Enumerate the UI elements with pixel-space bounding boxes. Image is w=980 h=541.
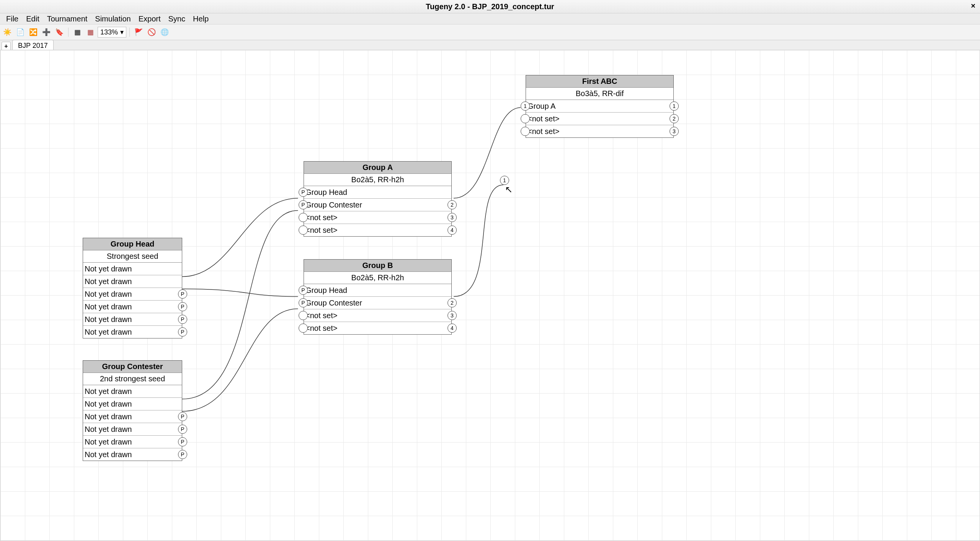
out-port-p[interactable]: P (178, 289, 187, 299)
grid1-icon[interactable]: ▦ (72, 26, 83, 38)
out-port-p[interactable]: P (178, 450, 187, 459)
node-group-contester[interactable]: Group Contester 2nd strongest seed Not y… (83, 360, 182, 461)
seed-row[interactable]: Not yet drawn (83, 385, 182, 398)
slot-row[interactable]: <not set> 4 (304, 224, 451, 236)
seed-label: Not yet drawn (85, 425, 132, 433)
menu-sync[interactable]: Sync (165, 14, 189, 24)
out-port-1[interactable]: 1 (670, 101, 679, 111)
sun-icon[interactable]: ☀️ (2, 26, 13, 38)
seed-row[interactable]: Not yet drawnP (83, 448, 182, 461)
node-group-a[interactable]: Group A Bo2à5, RR-h2h P Group Head P Gro… (304, 161, 452, 237)
out-port-p[interactable]: P (178, 425, 187, 434)
menu-help[interactable]: Help (189, 14, 212, 24)
slot-row[interactable]: <not set> 3 (526, 125, 673, 137)
menubar: File Edit Tournament Simulation Export S… (0, 13, 980, 25)
out-port-p[interactable]: P (178, 315, 187, 324)
node-subtitle: Bo2à5, RR-h2h (304, 272, 451, 284)
node-title: First ABC (526, 75, 673, 88)
in-port-1[interactable]: 1 (521, 101, 530, 111)
seed-label: Not yet drawn (85, 315, 132, 324)
window-title: Tugeny 2.0 - BJP_2019_concept.tur (426, 2, 554, 11)
menu-tournament[interactable]: Tournament (43, 14, 91, 24)
slot-label: Group A (528, 102, 555, 110)
canvas[interactable]: Group Head Strongest seed Not yet drawn … (0, 50, 980, 541)
slot-row[interactable]: P Group Head (304, 284, 451, 297)
node-subtitle: Strongest seed (83, 250, 182, 263)
seed-label: Not yet drawn (85, 277, 132, 286)
node-title: Group Contester (83, 361, 182, 373)
in-port-empty[interactable] (521, 127, 530, 136)
slot-row[interactable]: <not set> 3 (304, 309, 451, 322)
close-button[interactable]: × (969, 2, 978, 11)
node-title: Group A (304, 162, 451, 174)
globe-icon[interactable]: 🌐 (159, 26, 170, 38)
seed-label: Not yet drawn (85, 438, 132, 446)
out-port-2[interactable]: 2 (670, 114, 679, 123)
menu-file[interactable]: File (2, 14, 22, 24)
node-first-abc[interactable]: First ABC Bo3à5, RR-dif 1 Group A 1 <not… (526, 75, 674, 138)
slot-label: Group Head (305, 188, 347, 196)
seed-label: Not yet drawn (85, 265, 132, 273)
node-subtitle: 2nd strongest seed (83, 373, 182, 385)
seed-row[interactable]: Not yet drawn P (83, 288, 182, 301)
seed-row[interactable]: Not yet drawnP (83, 423, 182, 436)
in-port-empty[interactable] (299, 324, 308, 333)
out-port-p[interactable]: P (178, 437, 187, 446)
slot-label: <not set> (528, 114, 559, 123)
slot-label: <not set> (305, 324, 337, 332)
seed-row[interactable]: Not yet drawn (83, 263, 182, 275)
seed-row[interactable]: Not yet drawn (83, 398, 182, 410)
no-entry-icon[interactable]: 🚫 (146, 26, 157, 38)
seed-row[interactable]: Not yet drawn P (83, 326, 182, 338)
out-port-4[interactable]: 4 (448, 324, 457, 333)
node-title: Group B (304, 260, 451, 272)
out-port-p[interactable]: P (178, 412, 187, 421)
new-node-icon[interactable]: 📄 (15, 26, 26, 38)
in-port-empty[interactable] (299, 226, 308, 235)
seed-row[interactable]: Not yet drawn P (83, 301, 182, 313)
slot-row[interactable]: P Group Contester 2 (304, 297, 451, 309)
slot-row[interactable]: <not set> 4 (304, 322, 451, 334)
tag-icon[interactable]: 🔖 (54, 26, 65, 38)
dropdown-icon: ▾ (120, 28, 124, 36)
out-port-p[interactable]: P (178, 327, 187, 337)
out-port-p[interactable]: P (178, 302, 187, 311)
slot-row[interactable]: P Group Head (304, 186, 451, 199)
plus-node-icon[interactable]: ➕ (41, 26, 52, 38)
slot-row[interactable]: <not set> 2 (526, 113, 673, 125)
slot-row[interactable]: 1 Group A 1 (526, 100, 673, 113)
node-group-b[interactable]: Group B Bo2à5, RR-h2h P Group Head P Gro… (304, 259, 452, 335)
out-port-3[interactable]: 3 (670, 127, 679, 136)
menu-edit[interactable]: Edit (22, 14, 43, 24)
menu-simulation[interactable]: Simulation (91, 14, 134, 24)
in-port-empty[interactable] (521, 114, 530, 123)
menu-export[interactable]: Export (135, 14, 165, 24)
zoom-value: 133% (100, 28, 118, 36)
grid2-icon[interactable]: ▦ (85, 26, 96, 38)
slot-row[interactable]: P Group Contester 2 (304, 199, 451, 211)
in-port-p[interactable]: P (299, 200, 308, 209)
out-port-3[interactable]: 3 (448, 311, 457, 320)
node-group-head[interactable]: Group Head Strongest seed Not yet drawn … (83, 238, 182, 338)
flag-icon[interactable]: 🚩 (133, 26, 144, 38)
seed-label: Not yet drawn (85, 290, 132, 298)
in-port-p[interactable]: P (299, 286, 308, 295)
seed-row[interactable]: Not yet drawn P (83, 313, 182, 326)
out-port-2[interactable]: 2 (448, 200, 457, 209)
in-port-p[interactable]: P (299, 298, 308, 307)
out-port-3[interactable]: 3 (448, 213, 457, 222)
titlebar: Tugeny 2.0 - BJP_2019_concept.tur × (0, 0, 980, 13)
out-port-2[interactable]: 2 (448, 298, 457, 307)
out-port-4[interactable]: 4 (448, 226, 457, 235)
in-port-p[interactable]: P (299, 188, 308, 197)
seed-row[interactable]: Not yet drawnP (83, 410, 182, 423)
dragging-port[interactable]: 1 (500, 176, 509, 185)
in-port-empty[interactable] (299, 311, 308, 320)
in-port-empty[interactable] (299, 213, 308, 222)
slot-row[interactable]: <not set> 3 (304, 211, 451, 224)
seed-row[interactable]: Not yet drawn (83, 275, 182, 288)
zoom-selector[interactable]: 133% ▾ (98, 27, 126, 38)
bracket-icon[interactable]: 🔀 (28, 26, 39, 38)
seed-row[interactable]: Not yet drawnP (83, 436, 182, 448)
tab-bjp2017[interactable]: BJP 2017 (12, 40, 54, 51)
